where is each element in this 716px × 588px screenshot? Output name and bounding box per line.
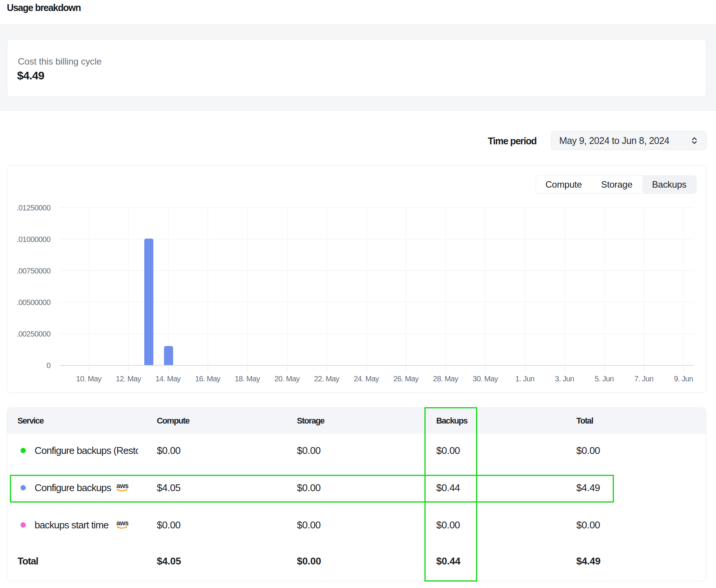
svg-text:aws: aws bbox=[117, 520, 129, 527]
